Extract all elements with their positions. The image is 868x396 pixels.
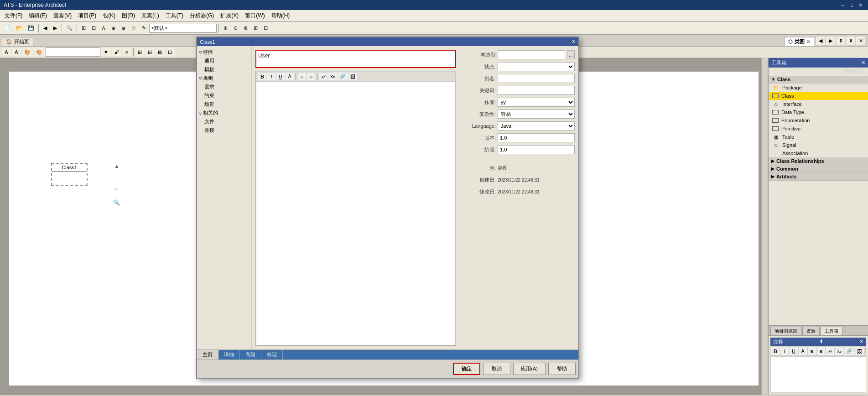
toolbox-item-interface[interactable]: ◇ Interface — [769, 100, 868, 108]
menu-package[interactable]: 包(K) — [100, 11, 118, 21]
toolbox-item-signal[interactable]: ◇ Signal — [769, 141, 868, 149]
tree-item-requirements[interactable]: 需求 — [197, 83, 251, 91]
scope-input[interactable] — [149, 24, 217, 33]
toolbox-item-class[interactable]: Class — [769, 92, 868, 100]
tb1[interactable]: ⊞ — [79, 24, 88, 32]
notes-color-btn[interactable]: A — [799, 347, 807, 355]
sec-tb3[interactable]: 🎨 — [22, 48, 33, 57]
sec-tb5[interactable]: ≡ — [122, 48, 131, 56]
toolbox-section-artifacts[interactable]: ▶ Artifacts — [769, 173, 868, 181]
notes-underline-btn[interactable]: U — [790, 347, 798, 355]
menu-analyzer[interactable]: 分析器(G) — [187, 11, 217, 21]
confirm-button[interactable]: 确定 — [453, 363, 480, 375]
indent-btn[interactable]: ≡ — [307, 73, 315, 80]
apply-button[interactable]: 应用(A) — [513, 363, 546, 375]
tb7[interactable]: ✎ — [139, 24, 148, 32]
notes-italic-btn[interactable]: I — [780, 347, 789, 355]
menu-tools[interactable]: 工具(T) — [163, 11, 186, 21]
notes-img-btn[interactable]: 🖼 — [855, 347, 864, 355]
style-dropdown[interactable]: 默认样式 — [46, 47, 100, 57]
notes-content-area[interactable] — [770, 356, 866, 393]
tb5[interactable]: ≡ — [119, 24, 128, 32]
menu-extend[interactable]: 扩展(X) — [218, 11, 241, 21]
tree-item-rules[interactable]: ▽ 规则 — [197, 74, 251, 83]
dialog-tab-advanced[interactable]: 高级 — [240, 350, 261, 360]
notes-link-btn[interactable]: 🔗 — [844, 347, 854, 355]
tree-item-constraints[interactable]: 约束 — [197, 91, 251, 100]
color-text-btn[interactable]: A — [286, 73, 294, 80]
keyword-input[interactable] — [498, 86, 575, 95]
resize-handle-n[interactable]: ▲ — [114, 163, 120, 169]
notes-list2-btn[interactable]: ≡ — [817, 347, 825, 355]
save-btn[interactable]: 💾 — [26, 24, 36, 32]
color-btn[interactable]: 🖌 — [112, 48, 121, 56]
toolbox-item-datatype[interactable]: Data Type — [769, 108, 868, 116]
scroll-right-btn[interactable]: ▶ — [826, 36, 835, 45]
notes-super-btn[interactable]: x² — [826, 347, 834, 355]
tab-toolbox[interactable]: 工具箱 — [821, 327, 842, 335]
tb6[interactable]: ☆ — [129, 24, 138, 32]
menu-edit[interactable]: 编辑(E) — [26, 11, 50, 21]
close-diagram-btn[interactable]: ✕ — [856, 36, 865, 45]
tree-item-general[interactable]: 通用 — [197, 57, 251, 65]
underline-btn[interactable]: U — [276, 73, 285, 80]
sec-tb9[interactable]: ⊡ — [166, 48, 175, 57]
tb11[interactable]: ⊞ — [251, 24, 260, 32]
bold-btn[interactable]: B — [258, 73, 266, 80]
tb4[interactable]: ≡ — [109, 24, 118, 32]
forward-btn[interactable]: ▶ — [51, 24, 60, 32]
tab-start[interactable]: 🏠 开始页 — [2, 37, 33, 46]
language-select[interactable]: Java — [498, 121, 575, 130]
more-tools-link[interactable]: 更多的工具 — [769, 68, 868, 76]
notes-sub-btn[interactable]: x₂ — [835, 347, 843, 355]
tb8[interactable]: ⊕ — [221, 24, 230, 32]
sec-tb4[interactable]: 🎨 — [34, 48, 45, 57]
sec-tb7[interactable]: ⊟ — [146, 48, 155, 57]
alias-input[interactable] — [498, 74, 575, 83]
phase-input[interactable] — [498, 145, 575, 154]
toolbox-collapse-btn[interactable]: ✕ — [861, 60, 865, 66]
dialog-tab-main[interactable]: 主页 — [197, 350, 218, 360]
menu-window[interactable]: 窗口(W) — [242, 11, 267, 21]
tab-close-btn[interactable]: ✕ — [806, 39, 810, 44]
list-btn[interactable]: ≡ — [298, 73, 306, 80]
search-btn[interactable]: 🔍 — [64, 24, 75, 32]
sec-tb8[interactable]: ⊠ — [156, 48, 165, 57]
resize-handle-s[interactable]: 🔍 — [113, 199, 120, 206]
notes-close-btn[interactable]: ✕ — [859, 339, 863, 345]
tree-item-scenarios[interactable]: 场景 — [197, 100, 251, 109]
notes-bold-btn[interactable]: B — [771, 347, 780, 355]
menu-file[interactable]: 文件(F) — [2, 11, 25, 21]
tb10[interactable]: ⊛ — [241, 24, 250, 32]
tab-project-browser[interactable]: 项目浏览器 — [770, 327, 801, 335]
dialog-tab-detail[interactable]: 详细 — [218, 350, 240, 360]
toolbox-item-enumeration[interactable]: Enumeration — [769, 116, 868, 125]
tab-classdiagram[interactable]: ⬡ 类图 ✕ — [784, 37, 814, 46]
version-input[interactable] — [498, 133, 575, 142]
image-btn[interactable]: 🖼 — [348, 73, 357, 80]
superscript-btn[interactable]: x² — [319, 73, 327, 80]
construct-btn[interactable]: … — [567, 50, 575, 59]
sec-tb1[interactable]: A — [2, 48, 11, 56]
new-btn[interactable]: 📄 — [2, 24, 13, 32]
resize-handle-resize[interactable]: ↔ — [113, 186, 119, 192]
menu-view[interactable]: 查看(V) — [51, 11, 74, 21]
tb9[interactable]: ⊙ — [231, 24, 240, 32]
construct-input[interactable] — [498, 50, 565, 59]
notes-list1-btn[interactable]: ≡ — [808, 347, 816, 355]
open-btn[interactable]: 📂 — [14, 24, 25, 32]
tree-item-files[interactable]: 文件 — [197, 117, 251, 126]
style-btn[interactable]: ▼ — [101, 48, 111, 56]
panel-collapse-btn[interactable]: ⬆ — [836, 36, 845, 45]
status-select[interactable] — [498, 62, 575, 71]
sec-tb6[interactable]: ⊞ — [135, 48, 145, 57]
notes-expand-btn[interactable]: ⬆ — [819, 339, 823, 345]
menu-element[interactable]: 元素(L) — [139, 11, 162, 21]
tree-item-template[interactable]: 模板 — [197, 65, 251, 74]
tree-item-properties[interactable]: ▽ 特性 — [197, 48, 251, 57]
menu-project[interactable]: 项目(P) — [75, 11, 99, 21]
toolbox-section-relationships[interactable]: ▶ Class Relationships — [769, 157, 868, 165]
scroll-left-btn[interactable]: ◀ — [816, 36, 825, 45]
tab-resources[interactable]: 资源 — [802, 327, 820, 335]
author-select[interactable]: yy — [498, 98, 575, 107]
